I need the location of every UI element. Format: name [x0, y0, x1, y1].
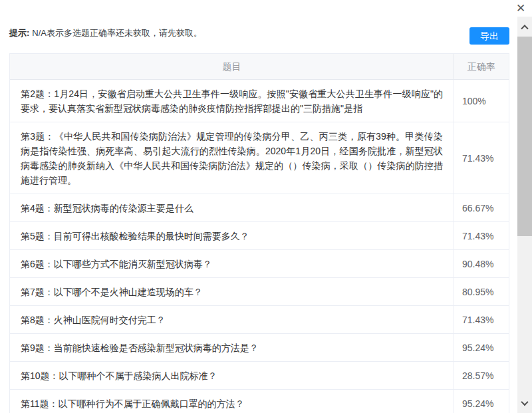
rate-cell: 66.67%	[454, 194, 509, 221]
rate-cell: 100%	[454, 80, 509, 122]
hint-message: N/A表示多选题正确率还未获取，请先获取。	[32, 28, 202, 38]
rate-cell: 80.95%	[454, 278, 509, 305]
question-cell: 第6题：以下哪些方式不能消灭新型冠状病毒？	[10, 250, 454, 277]
rate-cell: 90.48%	[454, 250, 509, 277]
table-row: 第2题：1月24日，安徽省启动重大公共卫生事件一级响应。按照"安徽省重大公共卫生…	[10, 80, 509, 122]
question-cell: 第10题：以下哪种个不属于感染病人出院标准？	[10, 362, 454, 389]
scroll-up-button[interactable]	[517, 17, 532, 37]
rate-cell: 28.57%	[454, 362, 509, 389]
table-row: 第10题：以下哪种个不属于感染病人出院标准？28.57%	[10, 362, 509, 390]
scrollbar-thumb[interactable]	[517, 37, 532, 236]
question-cell: 第3题：《中华人民共和国传染病防治法》规定管理的传染病分甲、乙、丙三类，原有39…	[10, 122, 454, 194]
table-row: 第3题：《中华人民共和国传染病防治法》规定管理的传染病分甲、乙、丙三类，原有39…	[10, 122, 509, 194]
rate-cell: 71.43%	[454, 122, 509, 194]
table-row: 第11题：以下哪种行为不属于正确佩戴口罩的的方法？95.24%	[10, 390, 509, 413]
rate-cell: 95.24%	[454, 390, 509, 413]
rate-cell: 71.43%	[454, 306, 509, 333]
question-cell: 第7题：以下哪个不是火神山建造现场的车？	[10, 278, 454, 305]
table-row: 第9题：当前能快速检验是否感染新型冠状病毒的方法是？95.24%	[10, 334, 509, 362]
export-button[interactable]: 导出	[469, 27, 509, 45]
chevron-down-icon	[521, 398, 528, 406]
chevron-up-icon	[521, 25, 528, 32]
question-cell: 第8题：火神山医院何时交付完工？	[10, 306, 454, 333]
question-cell: 第11题：以下哪种行为不属于正确佩戴口罩的的方法？	[10, 390, 454, 413]
question-cell: 第5题：目前可得出核酸检验结果的最快时间需要多久？	[10, 222, 454, 249]
table-row: 第8题：火神山医院何时交付完工？71.43%	[10, 306, 509, 334]
questions-table: 题目 正确率 第2题：1月24日，安徽省启动重大公共卫生事件一级响应。按照"安徽…	[9, 53, 509, 413]
dialog-toolbar: 提示:N/A表示多选题正确率还未获取，请先获取。 导出	[9, 25, 509, 45]
table-row: 第5题：目前可得出核酸检验结果的最快时间需要多久？71.43%	[10, 222, 509, 250]
rate-cell: 71.43%	[454, 222, 509, 249]
column-header-question: 题目	[10, 54, 454, 79]
question-cell: 第2题：1月24日，安徽省启动重大公共卫生事件一级响应。按照"安徽省重大公共卫生…	[10, 80, 454, 122]
table-row: 第6题：以下哪些方式不能消灭新型冠状病毒？90.48%	[10, 250, 509, 278]
scroll-down-button[interactable]	[517, 393, 532, 413]
close-icon[interactable]: ✕	[513, 1, 528, 16]
question-cell: 第4题：新型冠状病毒的传染源主要是什么	[10, 194, 454, 221]
column-header-rate: 正确率	[454, 54, 509, 79]
table-body: 第2题：1月24日，安徽省启动重大公共卫生事件一级响应。按照"安徽省重大公共卫生…	[10, 80, 509, 413]
table-row: 第4题：新型冠状病毒的传染源主要是什么66.67%	[10, 194, 509, 222]
hint-text: 提示:N/A表示多选题正确率还未获取，请先获取。	[9, 27, 202, 39]
hint-label: 提示:	[9, 28, 29, 38]
table-header-row: 题目 正确率	[10, 54, 509, 80]
question-cell: 第9题：当前能快速检验是否感染新型冠状病毒的方法是？	[10, 334, 454, 361]
rate-cell: 95.24%	[454, 334, 509, 361]
vertical-scrollbar	[517, 17, 532, 413]
table-row: 第7题：以下哪个不是火神山建造现场的车？80.95%	[10, 278, 509, 306]
